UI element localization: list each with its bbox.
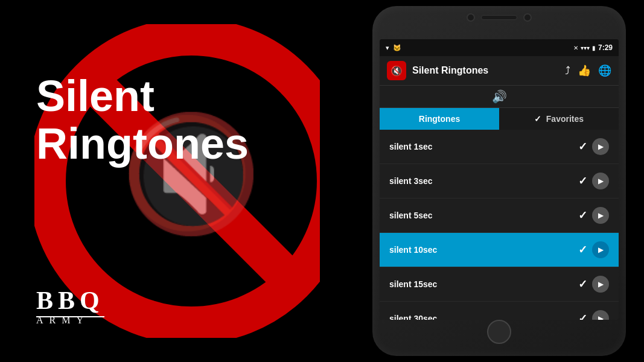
- item-actions-30sec: ✓ ▶: [578, 310, 609, 320]
- speaker-indicator-row: 🔊: [380, 86, 619, 108]
- ringtone-item-3sec[interactable]: silent 3sec ✓ ▶: [380, 164, 619, 198]
- home-button[interactable]: [487, 320, 511, 344]
- sensor: [523, 13, 532, 22]
- tab-favorites[interactable]: ✓ Favorites: [499, 108, 619, 130]
- play-button-3sec[interactable]: ▶: [592, 173, 609, 189]
- app-toolbar: 🔇 Silent Ringtones ⤴ 👍 🌐: [380, 56, 619, 86]
- ringtone-name-10sec: silent 10sec: [389, 245, 437, 255]
- ringtone-list: silent 1sec ✓ ▶ silent 3sec ✓ ▶ silent 5…: [380, 130, 619, 320]
- check-icon-10sec: ✓: [578, 243, 587, 256]
- earpiece-speaker: [481, 15, 517, 20]
- check-icon-5sec: ✓: [578, 209, 587, 222]
- background-section: 🔇 Silent Ringtones BBQ ARMY: [0, 0, 320, 362]
- play-button-5sec[interactable]: ▶: [592, 207, 609, 224]
- check-icon-3sec: ✓: [578, 174, 587, 188]
- ringtone-name-1sec: silent 1sec: [389, 142, 433, 151]
- bbq-army-logo: BBQ ARMY: [36, 286, 104, 326]
- check-icon-1sec: ✓: [578, 140, 587, 153]
- tab-ringtones[interactable]: Ringtones: [380, 108, 499, 130]
- play-button-10sec[interactable]: ▶: [592, 241, 609, 258]
- app-title-text: Silent Ringtones: [36, 72, 249, 168]
- share-button[interactable]: ⤴: [565, 65, 570, 77]
- toolbar-actions: ⤴ 👍 🌐: [565, 64, 611, 77]
- time-display: 7:29: [598, 43, 613, 52]
- phone-body: ▾ 🐱 ✕ ▾▾▾ ▮ 7:29 🔇 Silent Ringtones ⤴: [372, 6, 626, 356]
- tab-ringtones-label: Ringtones: [419, 114, 460, 124]
- title-line1: Silent: [36, 72, 249, 120]
- ringtone-name-3sec: silent 3sec: [389, 176, 433, 186]
- check-icon-15sec: ✓: [578, 278, 587, 291]
- speaker-volume-icon: 🔊: [492, 89, 507, 104]
- ringtone-name-5sec: silent 5sec: [389, 211, 433, 220]
- status-bar: ▾ 🐱 ✕ ▾▾▾ ▮ 7:29: [380, 39, 619, 56]
- signal-bars: ▾▾▾: [581, 45, 590, 51]
- play-button-1sec[interactable]: ▶: [592, 138, 609, 155]
- status-right: ✕ ▾▾▾ ▮ 7:29: [573, 43, 613, 52]
- play-button-15sec[interactable]: ▶: [592, 276, 609, 293]
- item-actions-1sec: ✓ ▶: [578, 138, 609, 155]
- tab-favorites-label: Favorites: [546, 114, 584, 124]
- status-left: ▾ 🐱: [386, 44, 401, 52]
- favorites-check-icon: ✓: [534, 114, 541, 124]
- thumbs-up-button[interactable]: 👍: [578, 64, 591, 77]
- item-actions-5sec: ✓ ▶: [578, 207, 609, 224]
- item-actions-15sec: ✓ ▶: [578, 276, 609, 293]
- ringtone-name-30sec: silent 30sec: [389, 314, 437, 320]
- bbq-text: BBQ: [36, 286, 104, 315]
- battery-icon: ▮: [592, 45, 596, 51]
- check-icon-30sec: ✓: [578, 312, 587, 320]
- phone-screen: ▾ 🐱 ✕ ▾▾▾ ▮ 7:29 🔇 Silent Ringtones ⤴: [380, 39, 619, 320]
- notification-icon: 🐱: [393, 44, 401, 52]
- army-text: ARMY: [36, 315, 104, 326]
- item-actions-3sec: ✓ ▶: [578, 173, 609, 189]
- ringtone-name-15sec: silent 15sec: [389, 279, 437, 289]
- title-line2: Ringtones: [36, 120, 249, 168]
- ringtone-item-1sec[interactable]: silent 1sec ✓ ▶: [380, 130, 619, 164]
- ringtone-item-5sec[interactable]: silent 5sec ✓ ▶: [380, 198, 619, 233]
- app-logo-icon: 🔇: [387, 61, 406, 80]
- phone-top-area: [467, 13, 532, 22]
- wifi-icon: ▾: [386, 44, 389, 52]
- item-actions-10sec: ✓ ▶: [578, 241, 609, 258]
- ringtone-item-15sec[interactable]: silent 15sec ✓ ▶: [380, 267, 619, 302]
- play-button-30sec[interactable]: ▶: [592, 310, 609, 320]
- ringtone-item-10sec[interactable]: silent 10sec ✓ ▶: [380, 233, 619, 267]
- ringtone-item-30sec[interactable]: silent 30sec ✓ ▶: [380, 302, 619, 320]
- tab-bar: Ringtones ✓ Favorites: [380, 108, 619, 130]
- app-name-label: Silent Ringtones: [412, 65, 559, 76]
- mute-icon: ✕: [573, 45, 578, 51]
- phone-mockup: ▾ 🐱 ✕ ▾▾▾ ▮ 7:29 🔇 Silent Ringtones ⤴: [372, 6, 626, 356]
- front-camera: [467, 13, 475, 22]
- globe-button[interactable]: 🌐: [598, 64, 611, 77]
